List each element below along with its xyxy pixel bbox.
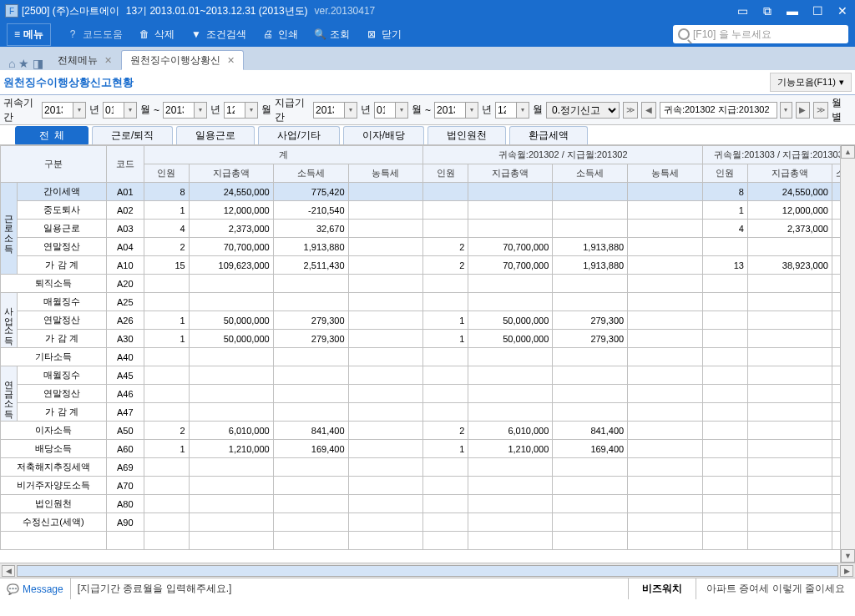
cell-value [628, 275, 703, 293]
dropdown-icon[interactable]: ▾ [780, 102, 792, 119]
tab-all-menu[interactable]: 전체메뉴 ✕ [48, 50, 121, 70]
table-row[interactable]: 가 감 계A1015109,623,0002,511,430270,700,00… [1, 256, 855, 275]
table-row[interactable]: 기타소득A40 [1, 348, 855, 366]
table-row[interactable]: 중도퇴사A02112,000,000-210,540112,000,000 [1, 201, 855, 220]
tab-daily[interactable]: 일용근로 [176, 126, 255, 144]
close-button[interactable]: ⊠ 닫기 [365, 28, 402, 42]
table-row[interactable]: 일용근로A0342,373,00032,67042,373,000 [1, 220, 855, 238]
biz-watch-button[interactable]: 비즈워치 [628, 578, 696, 599]
table-row[interactable]: 연말정산A04270,700,0001,913,880270,700,0001,… [1, 238, 855, 256]
monthly-label: 월 별 [832, 96, 852, 124]
tab-close-icon[interactable]: ✕ [227, 55, 235, 66]
next-icon[interactable]: ▶ [796, 102, 811, 119]
cell-value [423, 220, 468, 238]
minimize-icon[interactable]: ▬ [785, 3, 800, 18]
year2-input[interactable] [163, 102, 198, 119]
dropdown-icon[interactable]: ▾ [465, 102, 478, 119]
dropdown-icon[interactable]: ▾ [245, 102, 258, 119]
cell-value: 1 [423, 330, 468, 348]
cell-code: A80 [106, 495, 144, 513]
tab-current[interactable]: 원천징수이행상황신 ✕ [121, 50, 244, 70]
report-type-select[interactable]: 0.정기신고 [546, 102, 620, 119]
cell-value: 8 [702, 183, 747, 201]
book-icon[interactable]: ▭ [735, 3, 750, 18]
year3-input[interactable] [313, 102, 348, 119]
cell-value: 169,400 [273, 440, 348, 458]
dropdown-icon[interactable]: ▾ [516, 102, 529, 119]
tab-interest[interactable]: 이자/배당 [343, 126, 424, 144]
cell-code: A01 [106, 183, 144, 201]
prev-icon[interactable]: ◀ [641, 102, 656, 119]
cell-value: 24,550,000 [747, 183, 832, 201]
table-row[interactable]: 이자소득A5026,010,000841,40026,010,000841,40… [1, 422, 855, 440]
table-row[interactable]: 가 감 계A47 [1, 403, 855, 422]
table-row[interactable]: 사업소득매월징수A25 [1, 293, 855, 311]
table-row[interactable]: 연말정산A26150,000,000279,300150,000,000279,… [1, 311, 855, 330]
print-button[interactable]: 🖨 인쇄 [261, 28, 298, 42]
tab-all[interactable]: 전체 [15, 126, 89, 144]
year1-input[interactable] [42, 102, 77, 119]
table-row[interactable]: 저축해지추징세액A69 [1, 458, 855, 477]
cell-value [747, 440, 832, 458]
dropdown-icon[interactable]: ▾ [124, 102, 137, 119]
cell-value [273, 495, 348, 513]
scroll-track[interactable] [841, 159, 855, 549]
cell-value [468, 275, 553, 293]
cell-value [747, 311, 832, 330]
cell-value [144, 477, 189, 495]
star-icon[interactable]: ★ [18, 57, 29, 70]
table-row[interactable]: 법인원천A80 [1, 495, 855, 513]
nav-icon[interactable]: ◨ [33, 57, 43, 70]
scroll-down-icon[interactable]: ▼ [841, 549, 855, 563]
table-row[interactable]: 비거주자양도소득A70 [1, 477, 855, 495]
table-row[interactable]: 배당소득A6011,210,000169,40011,210,000169,40… [1, 440, 855, 458]
row-label: 매월징수 [18, 366, 107, 385]
query-button[interactable]: 🔍 조회 [313, 28, 350, 42]
function-dropdown[interactable]: 기능모음(F11) ▾ [770, 73, 852, 92]
table-row[interactable]: 연말정산A46 [1, 385, 855, 403]
scroll-up-icon[interactable]: ▲ [841, 145, 855, 159]
menu-button[interactable]: ≡ 메뉴 [7, 23, 51, 46]
horizontal-scrollbar[interactable]: ◀ ▶ [0, 563, 855, 578]
table-row[interactable]: 근로소득간이세액A01824,550,000775,420824,550,000 [1, 183, 855, 201]
scroll-track[interactable] [17, 565, 838, 577]
tab-refund[interactable]: 환급세액 [509, 126, 588, 144]
cell-code: A03 [106, 220, 144, 238]
menu-label: 메뉴 [23, 28, 43, 42]
close-icon[interactable]: ✕ [835, 3, 850, 18]
table-row[interactable]: 수정신고(세액)A90 [1, 513, 855, 532]
cell-value [273, 366, 348, 385]
maximize-icon[interactable]: ☐ [810, 3, 825, 18]
cell-value [747, 495, 832, 513]
next-fast-icon[interactable]: ≫ [813, 102, 828, 119]
delete-button[interactable]: 🗑 삭제 [138, 28, 175, 42]
dropdown-icon[interactable]: ▾ [344, 102, 357, 119]
search-input[interactable]: [F10] 을 누르세요 [673, 25, 848, 43]
cell-value [628, 495, 703, 513]
tab-work[interactable]: 근로/퇴직 [92, 126, 173, 144]
dropdown-icon[interactable]: ▾ [395, 102, 408, 119]
prev-fast-icon[interactable]: ≫ [623, 102, 638, 119]
table-row[interactable]: 퇴직소득A20 [1, 275, 855, 293]
cell-value [423, 477, 468, 495]
tab-corp[interactable]: 법인원천 [428, 126, 506, 144]
year4-input[interactable] [434, 102, 469, 119]
cond-search-button[interactable]: ▼ 조건검색 [190, 28, 246, 42]
cascade-icon[interactable]: ⧉ [760, 3, 775, 18]
row-label: 연말정산 [18, 311, 107, 330]
tab-biz[interactable]: 사업/기타 [258, 126, 339, 144]
vertical-scrollbar[interactable]: ▲ ▼ [840, 145, 855, 563]
cell-value: 2 [144, 422, 189, 440]
printer-icon: 🖨 [261, 28, 275, 41]
home-icon[interactable]: ⌂ [8, 57, 15, 70]
scroll-right-icon[interactable]: ▶ [840, 565, 853, 577]
table-row[interactable]: 가 감 계A30150,000,000279,300150,000,000279… [1, 330, 855, 348]
scroll-left-icon[interactable]: ◀ [2, 565, 15, 577]
dropdown-icon[interactable]: ▾ [73, 102, 86, 119]
code-help-button[interactable]: ? 코드도움 [66, 28, 123, 42]
tab-close-icon[interactable]: ✕ [104, 55, 112, 66]
table-row[interactable]: 연금소득매월징수A45 [1, 366, 855, 385]
row-label: 가 감 계 [18, 330, 107, 348]
message-label: 💬 Message [0, 578, 71, 599]
dropdown-icon[interactable]: ▾ [194, 102, 207, 119]
